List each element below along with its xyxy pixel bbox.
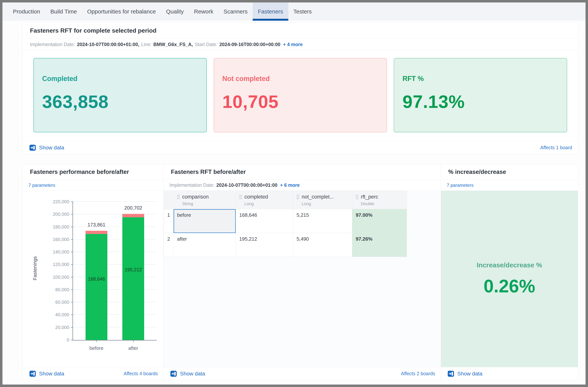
performance-panel-footer: Show data Affects 4 boards xyxy=(23,367,164,380)
y-axis-tick xyxy=(71,202,73,202)
show-data-label: Show data xyxy=(39,371,64,377)
show-data-label: Show data xyxy=(457,371,482,377)
cell-not-completed[interactable]: 5,215 xyxy=(293,209,352,233)
bar-not_completed-before[interactable] xyxy=(85,231,107,234)
tab-build-time[interactable]: Build Time xyxy=(45,2,82,21)
cell-rft-perc[interactable]: 97.00% xyxy=(352,209,407,233)
increase-decrease-panel-footer: Show data xyxy=(441,367,578,380)
not-completed-stat-label: Not completed xyxy=(222,75,378,83)
table-row: 2 after 195,212 5,490 97.26% xyxy=(164,233,407,257)
affects-boards-link[interactable]: Affects 2 boards xyxy=(401,371,435,376)
completed-stat-label: Completed xyxy=(42,75,198,83)
dashboard-content: Fasteners RFT for complete selected peri… xyxy=(2,21,586,380)
increase-decrease-value: 0.26% xyxy=(483,276,535,297)
table-row: 1 before 168,646 5,215 97.00% xyxy=(164,209,407,233)
cell-not-completed[interactable]: 5,490 xyxy=(293,233,352,257)
gridline xyxy=(73,201,157,202)
y-axis-tick xyxy=(71,289,73,290)
show-data-button[interactable]: Show data xyxy=(29,144,64,151)
y-axis-tick-label: 160,000 xyxy=(53,237,69,242)
tab-rework[interactable]: Rework xyxy=(189,2,218,21)
drag-handle-icon[interactable] xyxy=(296,194,299,200)
x-axis-category-label: after xyxy=(128,345,138,351)
show-data-icon xyxy=(29,370,36,377)
tab-bar: ProductionBuild TimeOpportunities for re… xyxy=(2,2,586,21)
drag-handle-icon[interactable] xyxy=(356,194,358,200)
column-header-rft-perc[interactable]: rft_perc Double xyxy=(352,191,407,209)
line-value: BMW_G6x_FS_A, xyxy=(153,42,193,47)
chart-y-axis-label: Fastenings xyxy=(32,256,38,281)
bar-value-label: 168,646 xyxy=(88,276,105,282)
column-header-completed[interactable]: completed Long xyxy=(236,191,293,209)
rft-percent-stat-card: RFT % 97.13% xyxy=(394,58,567,132)
start-date-label: Start Date: xyxy=(195,42,218,47)
tab-scanners[interactable]: Scanners xyxy=(218,2,253,21)
increase-decrease-label: Increase/decrease % xyxy=(477,261,542,269)
drag-handle-icon[interactable] xyxy=(239,194,242,200)
more-parameters-link[interactable]: + 6 more xyxy=(280,183,300,188)
show-data-button[interactable]: Show data xyxy=(29,370,64,377)
rft-summary-parameters: Implementation Date: 2024-10-07T00:00:00… xyxy=(23,39,578,50)
affects-boards-link[interactable]: Affects 4 boards xyxy=(124,371,158,376)
tab-testers[interactable]: Testers xyxy=(288,2,317,21)
show-data-icon xyxy=(29,144,36,151)
bar-total-label: 173,861 xyxy=(87,222,105,228)
cell-comparison-before[interactable]: before xyxy=(173,209,236,233)
rft-table-area: comparison String completed Long not_com… xyxy=(164,191,441,367)
column-header-not-completed[interactable]: not_complet... Long xyxy=(293,191,352,209)
parameters-link[interactable]: 7 parameters xyxy=(28,183,55,188)
performance-chart-area: Fastenings 020,00040,00060,00080,000100,… xyxy=(23,191,164,367)
not-completed-stat-value: 10,705 xyxy=(222,91,378,112)
drag-handle-icon[interactable] xyxy=(177,194,180,200)
stat-cards: Completed 363,858 Not completed 10,705 R… xyxy=(23,50,578,141)
increase-decrease-box: Increase/decrease % 0.26% xyxy=(441,191,578,367)
affects-boards-link[interactable]: Affects 1 board xyxy=(540,145,572,150)
bar-value-label: 195,212 xyxy=(125,267,142,272)
rft-table-panel-title: Fasteners RFT before/after xyxy=(164,164,441,180)
bar-completed-before[interactable] xyxy=(85,234,107,340)
tab-fasteners[interactable]: Fasteners xyxy=(253,2,288,21)
show-data-label: Show data xyxy=(180,371,205,377)
y-axis-tick-label: 120,000 xyxy=(53,262,69,267)
row-number-header xyxy=(164,191,173,209)
performance-panel-parameters: 7 parameters xyxy=(23,180,164,191)
cell-completed[interactable]: 195,212 xyxy=(236,233,293,257)
rft-comparison-table: comparison String completed Long not_com… xyxy=(164,191,407,257)
implementation-date-label: Implementation Date: xyxy=(169,183,214,188)
y-axis-tick xyxy=(71,226,73,227)
performance-panel-title: Fasteners performance before/after xyxy=(23,164,164,180)
y-axis-tick-label: 100,000 xyxy=(53,275,69,280)
tab-opportunities-for-rebalance[interactable]: Opportunities for rebalance xyxy=(82,2,161,21)
cell-completed[interactable]: 168,646 xyxy=(236,209,293,233)
line-label: Line: xyxy=(141,42,151,47)
parameters-link[interactable]: 7 parameters xyxy=(447,183,473,188)
show-data-button[interactable]: Show data xyxy=(170,370,205,377)
tab-production[interactable]: Production xyxy=(8,2,45,21)
start-date-value: 2024-09-16T00:00:00+00:00 xyxy=(219,42,280,47)
bar-not_completed-after[interactable] xyxy=(122,214,144,217)
increase-decrease-panel: % increase/decrease 7 parameters Increas… xyxy=(441,164,578,380)
y-axis-tick-label: 80,000 xyxy=(55,287,69,292)
cell-comparison-after[interactable]: after xyxy=(173,233,236,257)
y-axis-tick-label: 200,000 xyxy=(53,212,69,217)
tab-quality[interactable]: Quality xyxy=(161,2,189,21)
y-axis-tick-label: 60,000 xyxy=(55,300,69,305)
increase-decrease-parameters: 7 parameters xyxy=(441,180,578,191)
y-axis-tick xyxy=(71,264,73,265)
cell-rft-perc[interactable]: 97.26% xyxy=(352,233,407,257)
chart-plot: 020,00040,00060,00080,000100,000120,0001… xyxy=(72,202,157,341)
rft-summary-footer: Show data Affects 1 board xyxy=(23,141,578,154)
app-window: ProductionBuild TimeOpportunities for re… xyxy=(0,0,588,387)
show-data-button[interactable]: Show data xyxy=(447,370,482,377)
x-axis-tick xyxy=(133,340,133,342)
row-number: 2 xyxy=(164,233,173,257)
performance-panel: Fasteners performance before/after 7 par… xyxy=(23,164,164,380)
more-parameters-link[interactable]: + 4 more xyxy=(283,42,303,47)
bar-completed-after[interactable] xyxy=(122,217,144,340)
table-header-row: comparison String completed Long not_com… xyxy=(164,191,407,209)
completed-stat-card: Completed 363,858 xyxy=(33,58,207,132)
column-header-comparison[interactable]: comparison String xyxy=(173,191,236,209)
y-axis-tick-label: 140,000 xyxy=(53,249,69,255)
y-axis-tick xyxy=(71,327,73,328)
y-axis-tick xyxy=(71,302,73,303)
